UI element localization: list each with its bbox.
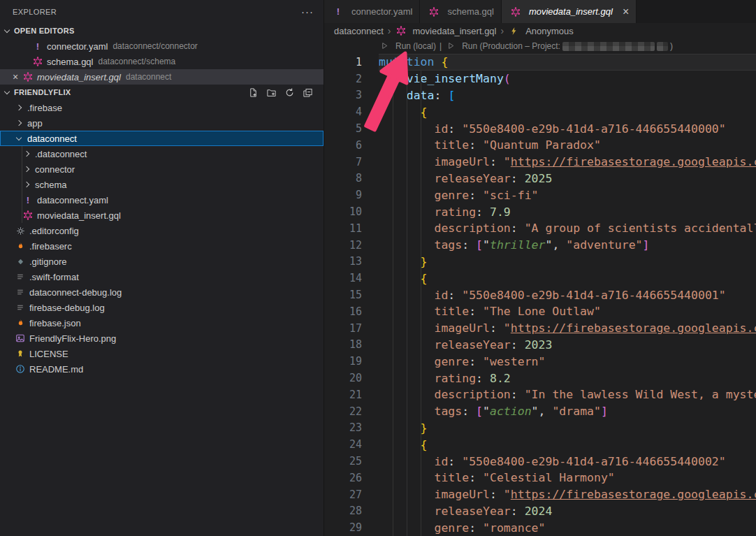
close-icon[interactable]: × bbox=[623, 8, 629, 15]
tab-moviedata_insert.gql[interactable]: moviedata_insert.gql× bbox=[502, 0, 637, 23]
tree-item-dataconnect-debug.log[interactable]: dataconnect-debug.log bbox=[0, 284, 324, 300]
breadcrumb-item-dataconnect[interactable]: dataconnect bbox=[334, 26, 384, 36]
tree-item-.editorconfig[interactable]: .editorconfig bbox=[0, 223, 324, 238]
tree-item-.firebaserc[interactable]: .firebaserc bbox=[0, 238, 324, 254]
tree-item-FriendlyFlix-Hero.png[interactable]: FriendlyFlix-Hero.png bbox=[0, 331, 324, 346]
line-number: 15 bbox=[324, 289, 362, 301]
tab-connector.yaml[interactable]: !connector.yaml bbox=[324, 0, 420, 23]
code-line-2[interactable]: 2 movie_insertMany( bbox=[324, 71, 756, 87]
new-folder-button[interactable] bbox=[268, 87, 279, 98]
editor-body[interactable]: Run (local) | Run (Production – Project:… bbox=[324, 38, 756, 536]
tree-item-.gitignore[interactable]: .gitignore bbox=[0, 254, 324, 269]
code-line-7[interactable]: 7 imageUrl: "https://firebasestorage.goo… bbox=[324, 154, 756, 171]
code-line-10[interactable]: 10 rating: 7.9 bbox=[324, 203, 756, 220]
new-file-button[interactable] bbox=[249, 87, 261, 98]
tree-item-README.md[interactable]: README.md bbox=[0, 361, 324, 377]
code-line-23[interactable]: 23 } bbox=[324, 420, 756, 437]
tree-item-app[interactable]: app bbox=[0, 115, 324, 131]
refresh-button[interactable] bbox=[286, 87, 297, 98]
close-icon[interactable]: × bbox=[10, 71, 21, 82]
tree-item-LICENSE[interactable]: LICENSE bbox=[0, 346, 324, 361]
list-icon bbox=[15, 302, 26, 313]
code-line-21[interactable]: 21 description: "In the lawless Wild Wes… bbox=[324, 386, 756, 403]
line-number: 14 bbox=[324, 272, 362, 284]
tree-item-label: firebase.json bbox=[29, 318, 81, 328]
redacted-project-id bbox=[562, 42, 655, 51]
project-section-header[interactable]: FRIENDLYFLIX bbox=[0, 85, 324, 100]
open-editor-moviedata_insert.gql[interactable]: ×moviedata_insert.gqldataconnect bbox=[0, 69, 324, 85]
open-editor-connector.yaml[interactable]: !connector.yamldataconnect/connector bbox=[0, 38, 324, 54]
open-editors-list: !connector.yamldataconnect/connectorsche… bbox=[0, 38, 324, 85]
breadcrumb-item-moviedata_insert.gql[interactable]: moviedata_insert.gql bbox=[395, 25, 497, 36]
open-editor-schema.gql[interactable]: schema.gqldataconnect/schema bbox=[0, 54, 324, 69]
code-line-3[interactable]: 3 data: [ bbox=[324, 87, 756, 104]
tab-schema.gql[interactable]: schema.gql bbox=[420, 0, 501, 23]
code-line-1[interactable]: 1mutation { bbox=[324, 54, 756, 71]
open-editors-header[interactable]: OPEN EDITORS bbox=[0, 23, 324, 38]
code-line-5[interactable]: 5 id: "550e8400-e29b-41d4-a716-446655440… bbox=[324, 120, 756, 137]
code-line-content: { bbox=[379, 270, 756, 287]
tree-item-.dataconnect[interactable]: .dataconnect bbox=[0, 146, 324, 161]
chevron-right-icon bbox=[24, 151, 29, 157]
code-line-11[interactable]: 11 description: "A group of scientists a… bbox=[324, 220, 756, 237]
code-line-24[interactable]: 24 { bbox=[324, 436, 756, 453]
code-line-16[interactable]: 16 title: "The Lone Outlaw" bbox=[324, 303, 756, 320]
tree-item-.firebase[interactable]: .firebase bbox=[0, 100, 324, 115]
code-line-18[interactable]: 18 releaseYear: 2023 bbox=[324, 337, 756, 354]
code-line-12[interactable]: 12 tags: ["thriller", "adventure"] bbox=[324, 237, 756, 254]
code-line-15[interactable]: 15 id: "550e8400-e29b-41d4-a716-44665544… bbox=[324, 287, 756, 303]
tree-item-firebase.json[interactable]: firebase.json bbox=[0, 315, 324, 331]
code-line-8[interactable]: 8 releaseYear: 2025 bbox=[324, 171, 756, 187]
collapse-all-icon bbox=[303, 87, 314, 98]
code-line-content: imageUrl: "https://firebasestorage.googl… bbox=[379, 486, 756, 503]
graphql-icon bbox=[22, 210, 34, 221]
run-production-link[interactable]: Run (Production – Project: ) bbox=[445, 41, 673, 52]
code-line-13[interactable]: 13 } bbox=[324, 254, 756, 270]
code-line-22[interactable]: 22 tags: ["action", "drama"] bbox=[324, 403, 756, 420]
chevron-down-icon bbox=[4, 27, 10, 32]
explorer-titlebar: EXPLORER ··· bbox=[0, 0, 324, 23]
tree-item-schema[interactable]: schema bbox=[0, 177, 324, 192]
run-local-link[interactable]: Run (local) bbox=[379, 41, 436, 52]
tab-label: moviedata_insert.gql bbox=[529, 6, 613, 17]
line-number: 16 bbox=[324, 305, 362, 318]
tree-item-.swift-format[interactable]: .swift-format bbox=[0, 269, 324, 284]
code-line-29[interactable]: 29 genre: "romance" bbox=[324, 519, 756, 536]
project-actions bbox=[249, 87, 324, 98]
collapse-all-button[interactable] bbox=[304, 87, 315, 98]
code-line-26[interactable]: 26 title: "Celestial Harmony" bbox=[324, 470, 756, 486]
code-line-content: releaseYear: 2023 bbox=[379, 337, 756, 354]
code-line-20[interactable]: 20 rating: 8.2 bbox=[324, 370, 756, 386]
list-icon bbox=[15, 271, 26, 282]
tree-item-label: moviedata_insert.gql bbox=[37, 210, 121, 221]
image-icon bbox=[15, 333, 26, 344]
yaml-icon: ! bbox=[22, 194, 34, 205]
tree-item-moviedata_insert.gql[interactable]: moviedata_insert.gql bbox=[0, 208, 324, 223]
code-line-4[interactable]: 4 { bbox=[324, 103, 756, 120]
tree-item-dataconnect[interactable]: dataconnect bbox=[0, 131, 324, 146]
line-number: 1 bbox=[324, 56, 362, 68]
code-editor[interactable]: 1mutation {2 movie_insertMany(3 data: [4… bbox=[324, 54, 756, 536]
tree-item-firebase-debug.log[interactable]: firebase-debug.log bbox=[0, 300, 324, 315]
code-line-14[interactable]: 14 { bbox=[324, 270, 756, 287]
code-line-17[interactable]: 17 imageUrl: "https://firebasestorage.go… bbox=[324, 320, 756, 337]
graphql-icon bbox=[395, 25, 407, 36]
code-line-6[interactable]: 6 title: "Quantum Paradox" bbox=[324, 137, 756, 154]
code-line-9[interactable]: 9 genre: "sci-fi" bbox=[324, 187, 756, 203]
breadcrumb-label: Anonymous bbox=[525, 26, 574, 36]
breadcrumb-item-Anonymous[interactable]: Anonymous bbox=[508, 25, 574, 36]
tree-item-label: firebase-debug.log bbox=[29, 303, 105, 313]
breadcrumb: dataconnect›moviedata_insert.gql›Anonymo… bbox=[324, 23, 756, 38]
code-line-content: movie_insertMany( bbox=[379, 71, 756, 87]
tree-item-connector[interactable]: connector bbox=[0, 161, 324, 177]
line-number: 26 bbox=[324, 472, 362, 484]
code-line-25[interactable]: 25 id: "550e8400-e29b-41d4-a716-44665544… bbox=[324, 453, 756, 470]
code-line-28[interactable]: 28 releaseYear: 2024 bbox=[324, 503, 756, 520]
new-file-icon bbox=[248, 87, 259, 98]
code-line-19[interactable]: 19 genre: "western" bbox=[324, 353, 756, 370]
tree-item-label: app bbox=[27, 118, 43, 129]
code-line-27[interactable]: 27 imageUrl: "https://firebasestorage.go… bbox=[324, 486, 756, 503]
tree-item-dataconnect.yaml[interactable]: !dataconnect.yaml bbox=[0, 192, 324, 208]
line-number: 11 bbox=[324, 222, 362, 235]
ellipsis-icon[interactable]: ··· bbox=[301, 8, 314, 15]
